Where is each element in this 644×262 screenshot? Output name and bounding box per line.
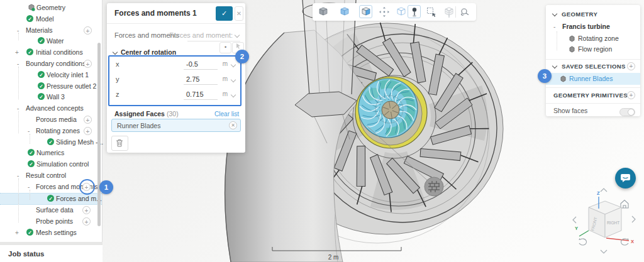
tree-item-boundary-conditions[interactable]: - Boundary conditions + (0, 58, 102, 70)
delete-button[interactable] (111, 136, 128, 151)
coordinate-row-x: x -0.5 m (109, 57, 240, 74)
geometry-root-item[interactable]: - Francis turbine (546, 23, 640, 34)
cube-wireframe-icon[interactable] (394, 5, 408, 18)
panel-title: Forces and moments 1 (114, 9, 197, 18)
check-circle-icon: ✓ (38, 82, 45, 89)
clear-list-link[interactable]: Clear list (214, 111, 239, 117)
zoom-lasso-icon[interactable] (458, 5, 471, 18)
plus-circle-icon[interactable]: + (84, 26, 92, 35)
expand-icon[interactable]: + (15, 48, 19, 57)
toolbar-divider (455, 6, 456, 18)
axis-label: y (116, 75, 119, 83)
mesh-cube-icon[interactable] (442, 5, 455, 18)
rotate-left-chevron[interactable] (573, 217, 576, 223)
chevron-down-icon[interactable] (552, 11, 557, 16)
tree-guide (18, 178, 19, 222)
plus-circle-icon[interactable]: + (84, 116, 92, 124)
rotate-up-chevron[interactable] (601, 188, 607, 192)
assigned-faces-count: (30) (167, 110, 179, 117)
tree-guide (18, 111, 19, 133)
plus-circle-icon[interactable]: + (84, 60, 92, 68)
unit-select[interactable]: m (223, 60, 228, 67)
tree-item-velocity-inlet[interactable]: ✓ Velocity inlet 1 (0, 70, 102, 81)
check-circle-icon: ✓ (38, 37, 45, 44)
unit-select[interactable]: m (223, 75, 228, 82)
assigned-faces-label: Assigned Faces (114, 110, 165, 117)
x-value-input[interactable]: -0.5 (186, 60, 198, 68)
geometry-item-flow-region[interactable]: Flow region (546, 45, 640, 56)
check-circle-icon: ✓ (38, 93, 45, 100)
rotate-ccw-icon[interactable] (579, 238, 586, 245)
cube-volumes-icon[interactable] (338, 5, 351, 18)
plus-circle-icon[interactable]: + (84, 127, 92, 135)
tree-item-initial-conditions[interactable]: + ✓ Initial conditions (0, 47, 102, 58)
rotate-cw-icon[interactable] (621, 238, 628, 245)
rotate-down-chevron[interactable] (601, 250, 607, 253)
runner-blades-selection[interactable] (355, 77, 427, 148)
expand-icon[interactable]: + (15, 229, 19, 237)
plus-circle-icon[interactable]: + (627, 91, 635, 99)
cube-glyph-icon (560, 75, 567, 82)
axis-label: x (116, 60, 119, 68)
job-status-bar[interactable]: Job status (0, 244, 103, 262)
show-faces-row: Show faces (546, 107, 640, 117)
check-circle-icon: ✓ (28, 149, 35, 156)
tree-item-geometry[interactable]: Geometry (0, 3, 102, 14)
center-of-rotation-box: x -0.5 m y 2.75 m z 0.715 m (108, 55, 242, 106)
tree-item-rotating-zones[interactable]: - Rotating zones + (0, 126, 102, 137)
tree-item-wall[interactable]: ✓ Wall 3 (0, 92, 102, 103)
tree-guide (30, 190, 30, 200)
chevron-down-icon[interactable] (113, 50, 118, 55)
confirm-button[interactable]: ✓ (216, 6, 233, 21)
chip-remove-button[interactable]: ✕ (229, 121, 237, 129)
tree-item-simulation-control[interactable]: ✓ Simulation control (0, 159, 102, 170)
chevron-down-icon[interactable] (552, 63, 557, 68)
saved-selection-runner-blades[interactable]: Runner Blades (546, 73, 640, 85)
annotation-badge-3: 3 (538, 69, 552, 83)
tree-item-advanced-concepts[interactable]: - Advanced concepts (0, 103, 102, 114)
tree-item-model[interactable]: ✓ Model (0, 14, 102, 25)
type-select[interactable]: Forces and moment: (169, 31, 233, 39)
tree-item-water[interactable]: ✓ Water (0, 36, 102, 47)
tree-item-materials[interactable]: - Materials + (0, 25, 102, 36)
support-chat-button[interactable] (615, 168, 636, 188)
tree-item-numerics[interactable]: ✓ Numerics (0, 148, 102, 159)
show-faces-toggle[interactable] (619, 108, 635, 116)
rotate-right-chevron[interactable] (632, 216, 635, 222)
probe-pin-icon[interactable] (408, 5, 421, 18)
geometry-item-rotating-zone[interactable]: Rotating zone (546, 35, 640, 45)
plus-circle-icon[interactable]: + (82, 217, 91, 226)
box-select-icon[interactable] (425, 5, 438, 18)
close-button[interactable]: ✕ (235, 6, 243, 21)
pick-pointer-icon (235, 43, 242, 49)
z-value-input[interactable]: 0.715 (186, 90, 204, 98)
tree-guide (18, 33, 19, 40)
navigation-cube[interactable]: RIGHT FRONT Z Y X (563, 185, 644, 259)
tree-item-porous-media[interactable]: Porous media + (0, 114, 102, 126)
y-value-input[interactable]: 2.75 (186, 75, 199, 83)
collapse-icon[interactable]: - (553, 23, 555, 30)
close-icon: ✕ (236, 10, 242, 17)
close-icon: ✕ (231, 123, 235, 128)
plus-circle-icon[interactable]: + (627, 62, 635, 70)
check-circle-icon: ✓ (26, 229, 33, 236)
tree-item-mesh-settings[interactable]: + ✓ Mesh settings (0, 227, 102, 239)
check-circle-icon: ✓ (26, 15, 33, 22)
unit-select[interactable]: m (223, 90, 228, 97)
cube-solid-icon[interactable] (316, 5, 330, 18)
cube-faces-icon[interactable] (359, 5, 372, 18)
tree-item-sliding-mesh[interactable]: ✓ Sliding Mesh -... (0, 137, 102, 148)
home-icon[interactable] (621, 200, 628, 209)
tree-scrollbar[interactable] (97, 43, 101, 226)
tree-item-probe-points[interactable]: Probe points + (0, 216, 102, 227)
check-icon: ✓ (221, 9, 227, 17)
chat-bubble-icon (620, 173, 631, 183)
tree-item-pressure-outlet[interactable]: ✓ Pressure outlet 2 (0, 81, 102, 92)
type-underline (187, 41, 240, 41)
runner-blades-chip[interactable]: Runner Blades ✕ (111, 119, 241, 132)
move-icon[interactable] (377, 5, 391, 18)
tree-item-surface-data[interactable]: Surface data + (0, 205, 102, 216)
plus-circle-icon[interactable]: + (82, 206, 91, 214)
orientation-cube[interactable]: RIGHT FRONT (589, 201, 621, 237)
point-tool-button[interactable]: • (219, 42, 231, 53)
